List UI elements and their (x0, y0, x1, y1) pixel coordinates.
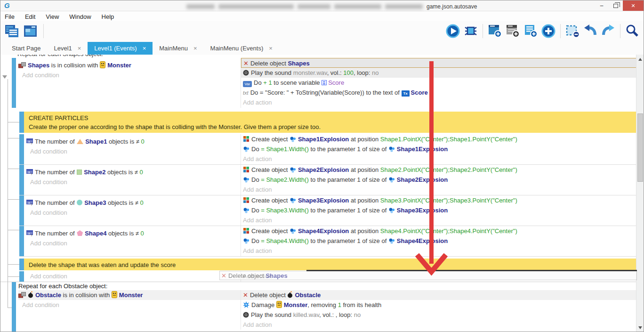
action-set-size[interactable]: Do = Shape3.Width() to the parameter 1 o… (241, 205, 637, 215)
condition-collision[interactable]: Shapes is in collision with Monster (18, 60, 241, 70)
condition-object-count[interactable]: x?The number of Shape2 objects is ≠ 0 (26, 167, 241, 177)
action-play-sound[interactable]: Play the sound killed.wav, vol.: , loop:… (241, 310, 637, 320)
add-condition-link[interactable]: Add condition (26, 177, 241, 187)
action-create-object[interactable]: Create object Shape4Explosion at positio… (241, 226, 637, 236)
create-object-icon (243, 197, 250, 203)
object-name: Shapes (266, 272, 287, 279)
redacted-title-segment (298, 4, 330, 9)
comment-body: Create the proper one according to the s… (29, 122, 632, 131)
tab-level1-events[interactable]: Level1 (Events)× (88, 42, 153, 55)
menu-edit[interactable]: Edit (25, 13, 35, 20)
redo-button[interactable] (601, 24, 616, 39)
action-set-size[interactable]: Do = Shape2.Width() to the parameter 1 o… (241, 175, 637, 185)
action-text: to the parameter 1 of size of (309, 146, 388, 153)
action-text: to the parameter 1 of size of (309, 237, 388, 244)
particle-emitter-icon (290, 197, 296, 203)
expression: = Shape4.Width() (261, 237, 309, 244)
add-subevent-button[interactable] (523, 24, 538, 39)
condition-collision[interactable]: Obstacle is in collision with Monster (18, 290, 241, 300)
tab-mainmenu[interactable]: MainMenu× (153, 42, 203, 55)
tab-close-icon[interactable]: × (269, 45, 273, 52)
condition-object-count[interactable]: x?The number of Shape1 objects is ≠ 0 (26, 137, 241, 146)
action-delete-object[interactable]: ✕Delete object Obstacle (241, 290, 637, 300)
tab-close-icon[interactable]: × (193, 45, 197, 52)
menu-help[interactable]: Help (102, 13, 114, 20)
redacted-title-segment (334, 4, 381, 9)
debug-button[interactable] (463, 24, 478, 39)
action-text: at position (349, 166, 380, 173)
tab-close-icon[interactable]: × (78, 45, 81, 52)
add-action-link[interactable]: Add action (241, 185, 637, 194)
add-action-link[interactable]: Add action (241, 215, 637, 225)
restore-button[interactable] (609, 0, 623, 11)
scroll-up-icon[interactable] (638, 58, 642, 61)
add-action-link[interactable]: Add action (241, 154, 637, 164)
tree-line (8, 122, 19, 122)
action-create-object[interactable]: Create object Shape2Explosion at positio… (241, 165, 637, 175)
close-button[interactable]: ✕ (623, 0, 644, 11)
add-action-link[interactable]: Add action (241, 97, 637, 107)
redacted-title-segment (385, 4, 423, 9)
monster-icon (276, 301, 282, 308)
tab-mainmenu-events[interactable]: MainMenu (Events)× (204, 42, 279, 55)
scrollbar-thumb[interactable] (637, 113, 643, 182)
scene-editor-icon (23, 24, 38, 38)
action-create-object[interactable]: Create object Shape3Explosion at positio… (241, 195, 637, 205)
count-value: 0 (141, 230, 144, 237)
particle-emitter-icon (388, 207, 395, 213)
add-event-button[interactable] (487, 24, 502, 39)
add-condition-link[interactable]: Add condition (26, 238, 241, 248)
tab-close-icon[interactable]: × (143, 45, 146, 52)
action-damage[interactable]: Damage Monster, removing 1 from its heal… (241, 300, 637, 310)
comment-delete-shape[interactable]: Delete the shape that was eaten and upda… (19, 259, 637, 270)
add-condition-link[interactable]: Add condition (18, 70, 241, 80)
action-create-object[interactable]: Create object Shape1Explosion at positio… (241, 134, 637, 144)
add-condition-link[interactable]: Add condition (26, 208, 241, 218)
minimize-button[interactable]: – (595, 0, 609, 11)
search-button[interactable] (625, 24, 640, 39)
undo-button[interactable] (583, 24, 598, 39)
tab-start-page[interactable]: Start Page (5, 42, 47, 55)
add-comment-button[interactable] (505, 24, 520, 39)
delete-selection-button[interactable] (565, 24, 580, 39)
tree-line (8, 79, 8, 308)
object-name: Monster (107, 62, 131, 69)
add-event-icon (487, 24, 502, 39)
action-set-text[interactable]: txtDo = "Score: " + ToString(Variable(Sc… (241, 88, 637, 97)
add-action-link[interactable]: Add action (241, 246, 637, 256)
menu-file[interactable]: File (5, 13, 15, 20)
event-header-clipped: Repeat for each Shapes object: (0, 55, 637, 58)
menu-bar: File Edit View Window Help (0, 12, 644, 21)
add-action-link[interactable]: Add action (241, 320, 637, 330)
object-name: Shape2 (84, 169, 105, 176)
condition-object-count[interactable]: x?The number of Shape4 objects is ≠ 0 (26, 228, 241, 238)
tab-level1[interactable]: Level1× (47, 42, 88, 55)
gdevelop-window: G game.json.autosave – ✕ File Edit View … (0, 0, 644, 332)
action-delete-object-selected[interactable]: ✕Delete object Shapes (241, 58, 637, 68)
action-set-size[interactable]: Do = Shape4.Width() to the parameter 1 o… (241, 236, 637, 246)
particle-emitter-icon (243, 177, 250, 183)
comment-create-particles[interactable]: CREATE PARTICLES Create the proper one a… (19, 112, 637, 133)
add-other-button[interactable] (541, 24, 556, 39)
menu-window[interactable]: Window (69, 13, 91, 20)
svg-text:x: x (28, 201, 30, 204)
condition-object-count[interactable]: x?The number of Shape3 objects is ≠ 0 (26, 198, 241, 208)
action-play-sound[interactable]: Play the sound monster.wav, vol.: 100, l… (241, 68, 637, 78)
tree-line (8, 230, 19, 230)
add-condition-link[interactable]: Add condition (26, 271, 241, 281)
action-text: , loop: (336, 311, 354, 318)
menu-view[interactable]: View (46, 13, 59, 20)
scene-editor-button[interactable] (23, 24, 38, 39)
vertical-scrollbar[interactable] (636, 55, 644, 332)
collapse-arrow-icon[interactable] (2, 75, 7, 79)
action-text: Do (251, 146, 261, 153)
action-set-size[interactable]: Do = Shape1.Width() to the parameter 1 o… (241, 144, 637, 154)
project-manager-button[interactable] (4, 24, 19, 39)
scene-variable-icon (322, 80, 327, 85)
action-scene-variable[interactable]: VarDo + 1 to scene variable Score (241, 78, 637, 88)
scroll-down-icon[interactable] (638, 326, 642, 329)
toolbar-separator (43, 24, 44, 38)
preview-play-button[interactable] (445, 24, 460, 39)
add-condition-link[interactable]: Add condition (26, 146, 241, 156)
add-condition-link[interactable]: Add condition (18, 300, 241, 310)
